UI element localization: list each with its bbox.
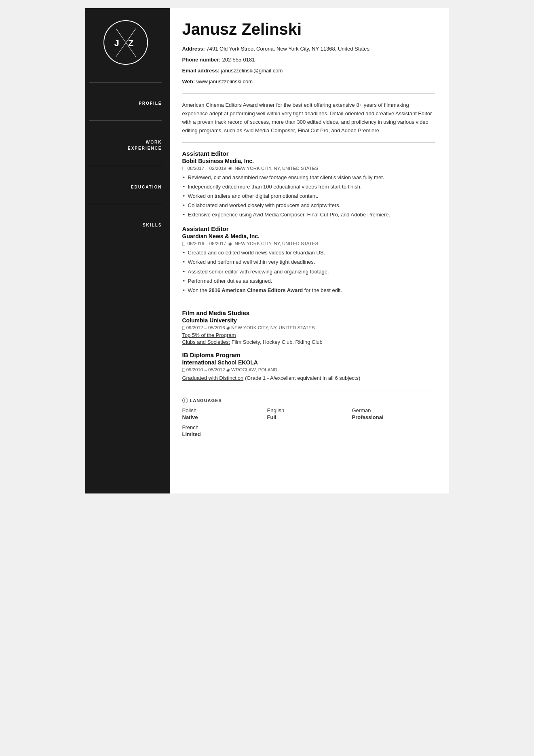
profile-section: American Cinema Editors Award winner for…	[182, 101, 435, 135]
lang-english-level: Full	[267, 414, 350, 420]
location-icon-edu1: ◉	[226, 326, 230, 330]
job-1-bullet-4: Collaborated and worked closely with pro…	[182, 201, 435, 210]
job-2-bullet-3: Assisted senior editor with reviewing an…	[182, 268, 435, 276]
lang-german-name: German	[352, 407, 435, 413]
sidebar-label-profile: PROFILE	[89, 98, 162, 109]
phone-label: Phone number:	[182, 57, 221, 63]
job-1-bullet-2: Independently edited more than 100 educa…	[182, 183, 435, 191]
sidebar-label-skills: SKILLS	[89, 220, 162, 231]
job-1: Assistant Editor Bobit Business Media, I…	[182, 150, 435, 219]
lang-french-level: Limited	[182, 431, 265, 437]
calendar-icon-edu1: ⎕	[182, 325, 185, 330]
sidebar-label-work: WORKEXPERIENCE	[89, 136, 162, 155]
avatar: J Z	[103, 20, 148, 65]
avatar-initials: J Z	[114, 36, 137, 49]
languages-section-label: i LANGUAGES	[182, 398, 435, 403]
sidebar-divider-4	[89, 204, 162, 204]
job-1-bullet-5: Extensive experience using Avid Media Co…	[182, 211, 435, 219]
sidebar: J Z PROFILE WORKEXPERIENCE EDUCATION SKI…	[85, 8, 170, 493]
lang-polish-name: Polish	[182, 407, 265, 413]
sidebar-section-skills: SKILLS	[89, 212, 162, 235]
sidebar-section-education: EDUCATION	[89, 174, 162, 197]
phone-value: 202-555-0181	[222, 57, 255, 63]
job-1-company: Bobit Business Media, Inc.	[182, 158, 435, 164]
location-icon-1: ◉	[228, 166, 232, 170]
languages-label: LANGUAGES	[190, 398, 222, 403]
job-2: Assistant Editor Guardian News & Media, …	[182, 225, 435, 294]
candidate-name: Janusz Zelinski	[182, 20, 435, 38]
sidebar-section-work: WORKEXPERIENCE	[89, 128, 162, 159]
calendar-icon-2: ⎕	[182, 241, 185, 246]
school-2-distinction: Graduated with Distinction	[182, 375, 244, 381]
info-icon: i	[182, 398, 188, 403]
job-2-title: Assistant Editor	[182, 225, 435, 232]
job-2-bullet-2: Worked and performed well within very ti…	[182, 258, 435, 266]
address-label: Address:	[182, 46, 205, 52]
content-divider-1	[182, 93, 435, 94]
lang-french: French Limited	[182, 424, 265, 437]
school-2-extra: (Grade 1 - A/excellent equivalent in all…	[245, 375, 360, 381]
profile-text: American Cinema Editors Award winner for…	[182, 101, 435, 135]
languages-grid-row2: French Limited	[182, 424, 435, 437]
content-divider-3	[182, 302, 435, 302]
sidebar-divider-1	[89, 82, 162, 83]
job-1-dates: 08/2017 – 02/2019	[188, 166, 226, 171]
school-2-name: International School EKOLA	[182, 359, 435, 366]
sidebar-divider-2	[89, 120, 162, 121]
school-1-detail: Top 5% of the Program	[182, 332, 435, 338]
job-2-bullet-1: Created and co-edited world news videos …	[182, 249, 435, 257]
school-1-clubs: Clubs and Societies: Film Society, Hocke…	[182, 339, 435, 345]
location-icon-2: ◉	[228, 241, 232, 246]
job-1-title: Assistant Editor	[182, 150, 435, 157]
school-1-name: Columbia University	[182, 317, 435, 324]
contact-address: Address: 7491 Old York Street Corona, Ne…	[182, 44, 435, 53]
lang-french-name: French	[182, 424, 265, 430]
job-2-location: NEW YORK CITY, NY, UNITED STATES	[234, 241, 318, 246]
school-1: Film and Media Studies Columbia Universi…	[182, 309, 435, 345]
content-divider-2	[182, 142, 435, 143]
job-2-company: Guardian News & Media, Inc.	[182, 233, 435, 239]
job-1-meta: ⎕ 08/2017 – 02/2019 ◉ NEW YORK CITY, NY,…	[182, 166, 435, 171]
header-section: Janusz Zelinski Address: 7491 Old York S…	[182, 20, 435, 86]
job-2-bullet-5: Won the 2016 American Cinema Editors Awa…	[182, 286, 435, 294]
lang-german-level: Professional	[352, 414, 435, 420]
calendar-icon-edu2: ⎕	[182, 367, 185, 372]
contact-phone: Phone number: 202-555-0181	[182, 55, 435, 64]
location-icon-edu2: ◉	[226, 368, 230, 372]
address-value: 7491 Old York Street Corona, New York Ci…	[206, 46, 369, 52]
school-1-meta: ⎕ 09/2012 – 05/2016 ◉ NEW YORK CITY, NY,…	[182, 325, 435, 330]
contact-web: Web: www.januszzelinski.com	[182, 77, 435, 86]
contact-email: Email address: januszzelinski@gmail.com	[182, 66, 435, 75]
lang-polish-level: Native	[182, 414, 265, 420]
web-value: www.januszzelinski.com	[196, 78, 253, 85]
resume-container: J Z PROFILE WORKEXPERIENCE EDUCATION SKI…	[85, 8, 449, 493]
skills-section: i LANGUAGES Polish Native English Full G…	[182, 398, 435, 437]
job-1-bullets: Reviewed, cut and assembled raw footage …	[182, 174, 435, 219]
job-2-bullets: Created and co-edited world news videos …	[182, 249, 435, 294]
email-label: Email address:	[182, 68, 220, 74]
school-2-detail: Graduated with Distinction (Grade 1 - A/…	[182, 374, 435, 383]
job-2-dates: 06/2016 – 08/2017	[188, 241, 226, 246]
sidebar-top: J Z	[89, 20, 162, 75]
lang-polish: Polish Native	[182, 407, 265, 420]
job-2-meta: ⎕ 06/2016 – 08/2017 ◉ NEW YORK CITY, NY,…	[182, 241, 435, 246]
clubs-label: Clubs and Societies:	[182, 339, 230, 345]
sidebar-label-education: EDUCATION	[89, 182, 162, 193]
school-2-meta: ⎕ 09/2010 – 05/2012 ◉ WROCLAW, POLAND	[182, 367, 435, 372]
job-2-bullet-4: Performed other duties as assigned.	[182, 277, 435, 285]
sidebar-divider-3	[89, 166, 162, 166]
calendar-icon-1: ⎕	[182, 166, 185, 171]
lang-english-name: English	[267, 407, 350, 413]
languages-grid-row1: Polish Native English Full German Profes…	[182, 407, 435, 420]
lang-german: German Professional	[352, 407, 435, 420]
job-1-bullet-1: Reviewed, cut and assembled raw footage …	[182, 174, 435, 182]
content-divider-4	[182, 390, 435, 390]
main-content: Janusz Zelinski Address: 7491 Old York S…	[170, 8, 449, 493]
education-section: Film and Media Studies Columbia Universi…	[182, 309, 435, 383]
school-2: IB Diploma Program International School …	[182, 352, 435, 383]
email-value: januszzelinski@gmail.com	[221, 68, 283, 74]
school-2-degree: IB Diploma Program	[182, 352, 435, 358]
sidebar-section-profile: PROFILE	[89, 90, 162, 113]
sidebar-sections: PROFILE WORKEXPERIENCE EDUCATION SKILLS	[89, 75, 162, 235]
lang-english: English Full	[267, 407, 350, 420]
